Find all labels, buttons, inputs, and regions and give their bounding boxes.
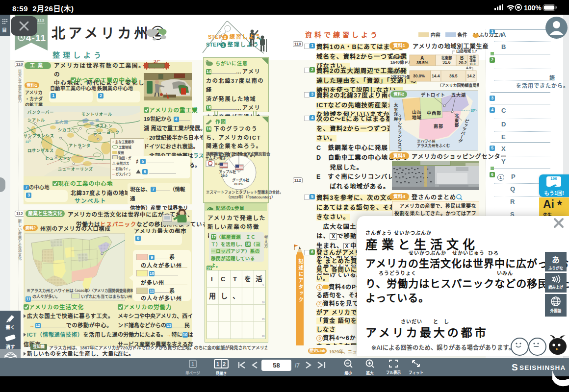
svg-text:5: 5 [262, 284, 264, 287]
svg-text:35.5%: 35.5% [416, 60, 429, 65]
svg-text:20.2: 20.2 [459, 60, 467, 65]
svg-text:I: I [211, 275, 213, 283]
svg-text:1: 1 [216, 361, 219, 367]
svg-text:シカゴ: シカゴ [58, 127, 71, 132]
svg-text:山岳地域 1.7: 山岳地域 1.7 [456, 49, 477, 53]
svg-text:用: 用 [209, 292, 216, 300]
svg-text:※アラスカ州とハワイ州は: ※アラスカ州とハワイ州は [26, 289, 74, 293]
svg-text:北東部: 北東部 [454, 113, 459, 127]
svg-text:アップル社: アップル社 [219, 170, 236, 174]
svg-text:を: を [244, 275, 251, 283]
svg-text:、: 、 [233, 292, 239, 300]
svg-text:五大湖: 五大湖 [55, 120, 68, 124]
svg-text:ニューヨーク: ニューヨーク [93, 130, 120, 135]
svg-text:サムスン電子: サムスン電子 [206, 156, 226, 160]
svg-text:S: S [512, 362, 518, 372]
svg-text:※ハワイ州: ※ハワイ州 [417, 139, 436, 144]
svg-text:29.0: 29.0 [221, 174, 228, 177]
svg-text:1: 1 [191, 361, 194, 367]
svg-text:15: 15 [262, 318, 265, 320]
svg-text:1960年: 1960年 [390, 55, 404, 60]
svg-text:2020年: 2020年 [390, 70, 404, 74]
svg-text:1640億ドル: 1640億ドル [390, 60, 413, 65]
svg-text:31.6: 31.6 [442, 60, 451, 65]
svg-text:37°: 37° [26, 140, 31, 144]
svg-text:デトロイト: デトロイト [421, 92, 445, 98]
svg-text:サンフランシスコ: サンフランシスコ [397, 118, 402, 151]
svg-text:の人々が多い。: の人々が多い。 [32, 294, 60, 299]
svg-text:（アメリカ国勢調査局資料）: （アメリカ国勢調査局資料） [438, 83, 479, 88]
svg-text:11.0: 11.0 [469, 62, 476, 66]
svg-text:30.0%: 30.0% [413, 74, 425, 78]
svg-text:中西部: 中西部 [427, 110, 441, 116]
svg-text:アトランタ: アトランタ [69, 143, 91, 148]
svg-text:地域: 地域 [412, 115, 422, 120]
svg-text:シアトル: シアトル [27, 118, 45, 122]
svg-text:活: 活 [256, 275, 262, 283]
svg-text:ボストン: ボストン [95, 123, 113, 128]
svg-text:アラスカ州をふくむ: アラスカ州をふくむ [417, 144, 450, 148]
svg-text:36.5: 36.5 [449, 74, 458, 78]
svg-text:バンクーバー: バンクーバー [27, 110, 54, 115]
svg-text:100%: 100% [524, 4, 542, 12]
svg-text:10: 10 [262, 301, 265, 304]
svg-text:0.4: 0.4 [215, 162, 220, 166]
svg-text:14.4: 14.4 [432, 74, 440, 78]
svg-text:14.2: 14.2 [467, 74, 475, 78]
svg-text:グーグル社: グーグル社 [232, 178, 249, 182]
svg-text:ロサンゼルス: ロサンゼルス [27, 148, 54, 153]
svg-text:T: T [233, 275, 237, 283]
svg-text:南部: 南部 [434, 123, 443, 129]
svg-text:し: し [221, 292, 228, 300]
svg-text:C: C [221, 275, 226, 283]
svg-text:ニューオーリンズ: ニューオーリンズ [58, 167, 93, 172]
svg-text:サンフランシス: サンフランシス [24, 134, 54, 138]
svg-text:その他 0.3: その他 0.3 [236, 152, 253, 156]
svg-text:2: 2 [223, 361, 226, 367]
svg-text:山岳: 山岳 [412, 109, 422, 115]
svg-text:20: 20 [262, 335, 265, 338]
svg-text:五大湖: 五大湖 [451, 92, 466, 98]
svg-text:ヒューストン: ヒューストン [45, 156, 72, 161]
svg-text:4.9: 4.9 [466, 66, 471, 70]
svg-text:モントリオール: モントリオール [81, 112, 112, 117]
svg-text:70.3%: 70.3% [233, 182, 244, 186]
